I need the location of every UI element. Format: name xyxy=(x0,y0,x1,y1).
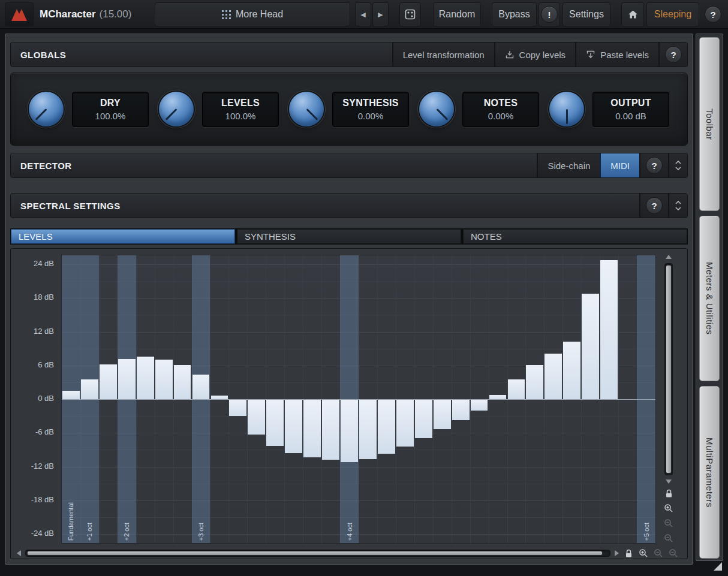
side-chain-button[interactable]: Side-chain xyxy=(537,153,600,177)
previous-preset-button[interactable]: ◀ xyxy=(355,2,371,26)
harmonic-bar[interactable] xyxy=(248,399,265,435)
harmonic-bar[interactable] xyxy=(415,399,432,438)
harmonic-bar[interactable] xyxy=(508,379,525,399)
horizontal-zoom-in-icon[interactable] xyxy=(638,548,649,559)
knob-label: LEVELS xyxy=(205,98,276,108)
random-preset-button[interactable] xyxy=(399,2,421,26)
melda-logo-icon xyxy=(10,7,28,22)
harmonic-bar[interactable] xyxy=(545,354,562,399)
hscroll-thumb[interactable] xyxy=(27,551,603,556)
app-logo-button[interactable] xyxy=(5,2,34,26)
octave-label: +4 oct xyxy=(346,523,353,541)
spectral-settings-panel-header: SPECTRAL SETTINGS ? xyxy=(10,193,688,218)
top-toolbar: MCharacter (15.00) More Head ◀ ▶ Random … xyxy=(0,0,728,29)
tab-synthesis[interactable]: SYNTHESIS xyxy=(237,229,461,244)
notes-display[interactable]: NOTES 0.00% xyxy=(462,92,539,127)
spectral-help-button[interactable]: ? xyxy=(639,194,668,218)
globals-help-button[interactable]: ? xyxy=(658,43,687,67)
preset-selector-button[interactable]: More Head xyxy=(155,2,350,26)
harmonic-bar[interactable] xyxy=(62,391,80,399)
horizontal-lock-icon[interactable] xyxy=(623,548,634,559)
output-knob[interactable] xyxy=(549,92,584,126)
hscroll-track[interactable] xyxy=(25,550,610,557)
harmonic-bar[interactable] xyxy=(81,379,98,399)
harmonic-bar[interactable] xyxy=(396,399,414,447)
harmonic-bar[interactable] xyxy=(582,294,599,399)
settings-button[interactable]: Settings xyxy=(562,2,610,26)
vscroll-thumb[interactable] xyxy=(666,265,672,474)
sleeping-status[interactable]: Sleeping xyxy=(646,2,699,26)
vertical-zoom-out-icon[interactable] xyxy=(663,518,674,529)
scroll-right-arrow[interactable] xyxy=(615,550,619,556)
harmonic-bar[interactable] xyxy=(285,399,302,453)
sidebar-item-meters-utilities[interactable]: Meters & Utilities xyxy=(699,216,720,381)
scroll-up-arrow[interactable] xyxy=(666,255,672,259)
knob-value: 100.0% xyxy=(205,111,276,121)
harmonic-bar[interactable] xyxy=(100,364,117,399)
horizontal-zoom-out-icon[interactable] xyxy=(653,548,664,559)
zero-line xyxy=(62,399,655,400)
vertical-zoom-default-icon[interactable] xyxy=(663,533,674,544)
knob-pointer xyxy=(436,108,448,120)
dice-icon xyxy=(405,9,416,20)
harmonic-bar[interactable] xyxy=(174,365,191,399)
sidebar-item-toolbar[interactable]: Toolbar xyxy=(699,37,720,211)
harmonic-bar[interactable] xyxy=(359,399,377,459)
synthesis-display[interactable]: SYNTHESIS 0.00% xyxy=(332,92,409,127)
harmonic-bar[interactable] xyxy=(303,399,321,457)
bypass-button[interactable]: Bypass xyxy=(492,2,537,26)
harmonic-bar[interactable] xyxy=(471,399,488,411)
knob-value: 0.00% xyxy=(465,111,536,121)
vertical-lock-icon[interactable] xyxy=(663,488,674,499)
scroll-left-arrow[interactable] xyxy=(17,550,21,556)
horizontal-zoom-default-icon[interactable] xyxy=(668,548,679,559)
app-title: MCharacter (15.00) xyxy=(40,0,131,29)
spectral-collapse-button[interactable] xyxy=(668,194,687,218)
detector-help-button[interactable]: ? xyxy=(639,153,668,177)
harmonic-bar[interactable] xyxy=(155,360,173,399)
harmonic-bar[interactable] xyxy=(378,399,395,454)
harmonic-bar[interactable] xyxy=(600,260,618,400)
harmonic-bar[interactable] xyxy=(563,342,580,399)
copy-levels-button[interactable]: Copy levels xyxy=(494,43,576,67)
harmonic-bar[interactable] xyxy=(489,395,507,399)
synthesis-knob[interactable] xyxy=(289,92,324,126)
alert-button[interactable]: ! xyxy=(539,2,560,26)
harmonic-bar[interactable] xyxy=(118,359,136,400)
notes-knob[interactable] xyxy=(419,92,454,126)
randomize-button[interactable]: Random xyxy=(433,2,481,26)
chart-plot[interactable]: Fundamental+1 oct+2 oct+3 oct+4 oct+5 oc… xyxy=(61,255,656,544)
tab-levels[interactable]: LEVELS xyxy=(11,229,235,244)
main-panel: GLOBALS Level transformation Copy levels… xyxy=(5,34,693,565)
midi-button[interactable]: MIDI xyxy=(600,153,639,177)
harmonic-bar[interactable] xyxy=(341,399,358,462)
vscroll-track[interactable] xyxy=(664,263,673,475)
dry-display[interactable]: DRY 100.0% xyxy=(72,92,149,127)
level-transformation-button[interactable]: Level transformation xyxy=(392,43,494,67)
help-button[interactable]: ? xyxy=(702,2,724,26)
levels-knob[interactable] xyxy=(159,92,194,126)
globals-knob-panel: DRY 100.0% LEVELS 100.0% SYNTHESIS 0.00%… xyxy=(10,73,688,146)
chart-y-axis: 24 dB18 dB12 dB6 dB0 dB-6 dB-12 dB-18 dB… xyxy=(11,255,60,544)
vertical-zoom-in-icon[interactable] xyxy=(663,503,674,514)
tab-notes[interactable]: NOTES xyxy=(463,229,687,244)
scroll-down-arrow[interactable] xyxy=(666,480,672,484)
harmonic-bar[interactable] xyxy=(322,399,339,460)
paste-levels-button[interactable]: Paste levels xyxy=(575,43,658,67)
harmonic-bar[interactable] xyxy=(137,357,154,399)
levels-display[interactable]: LEVELS 100.0% xyxy=(202,92,279,127)
next-preset-button[interactable]: ▶ xyxy=(372,2,389,26)
dry-knob[interactable] xyxy=(29,92,64,126)
detector-collapse-button[interactable] xyxy=(668,153,687,177)
harmonic-bar[interactable] xyxy=(526,365,543,399)
harmonic-bar[interactable] xyxy=(452,399,470,420)
resize-handle[interactable] xyxy=(711,560,723,572)
harmonic-bar[interactable] xyxy=(266,399,284,446)
output-display[interactable]: OUTPUT 0.00 dB xyxy=(592,92,669,127)
sidebar-item-multiparameters[interactable]: MultiParameters xyxy=(699,386,720,559)
harmonic-bar[interactable] xyxy=(192,375,210,399)
home-button[interactable] xyxy=(621,2,644,26)
harmonic-bar[interactable] xyxy=(229,399,246,416)
harmonic-bar[interactable] xyxy=(434,399,451,429)
paste-icon xyxy=(586,50,595,59)
